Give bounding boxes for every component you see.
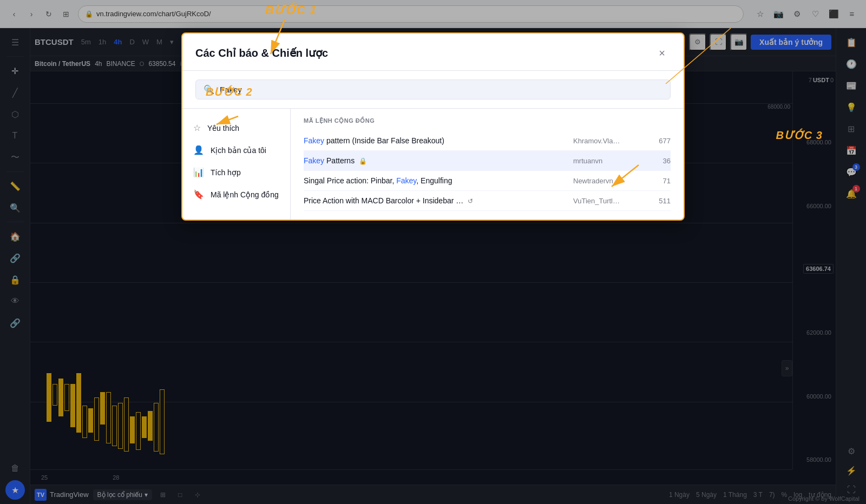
search-input[interactable] — [220, 85, 662, 94]
favorites-icon: ☆ — [193, 123, 201, 133]
result-1-count: 677 — [644, 137, 671, 145]
modal-search-area: 🔍 — [182, 71, 684, 109]
modal-overlay: Các Chỉ báo & Chiến lược × 🔍 ☆ Yêu thích… — [0, 0, 866, 504]
integrated-icon: 📊 — [193, 167, 204, 177]
result-3-count: 71 — [644, 177, 671, 185]
result-1-author: Khramov.Vla… — [573, 137, 644, 145]
result-item-4[interactable]: Price Action with MACD Barcolor + Inside… — [304, 191, 671, 211]
modal-sidebar: ☆ Yêu thích 👤 Kịch bản của tôi 📊 Tích hợ… — [182, 109, 291, 220]
search-icon: 🔍 — [204, 84, 214, 95]
result-2-highlight: Fakey — [304, 156, 324, 165]
result-4-count: 511 — [644, 197, 671, 205]
result-1-highlight: Fakey — [304, 136, 324, 145]
result-name-1: Fakey pattern (Inside Bar False Breakout… — [304, 136, 573, 145]
mine-label: Kịch bản của tôi — [211, 146, 266, 155]
result-4-text: Price Action with MACD Barcolor + Inside… — [304, 196, 463, 205]
result-item-2[interactable]: Fakey Patterns 🔒 mrtuanvn 36 — [304, 151, 671, 171]
result-2-author: mrtuanvn — [573, 157, 644, 165]
result-name-2: Fakey Patterns 🔒 — [304, 156, 573, 165]
result-2-count: 36 — [644, 157, 671, 165]
nav-mine[interactable]: 👤 Kịch bản của tôi — [182, 140, 290, 161]
result-1-suffix: pattern (Inside Bar False Breakout) — [324, 136, 444, 145]
favorites-label: Yêu thích — [207, 124, 239, 132]
lock-badge-icon: 🔒 — [359, 157, 367, 165]
modal-close-btn[interactable]: × — [653, 44, 671, 62]
mine-icon: 👤 — [193, 145, 204, 155]
nav-integrated[interactable]: 📊 Tích hợp — [182, 162, 290, 183]
modal-title: Các Chỉ báo & Chiến lược — [195, 47, 328, 59]
result-3-prefix: Singal Price action: Pinbar, — [304, 176, 396, 185]
community-label: Mã lệnh Cộng đồng — [211, 190, 279, 199]
result-3-highlight: Fakey — [396, 176, 416, 185]
result-name-4: Price Action with MACD Barcolor + Inside… — [304, 196, 573, 205]
result-2-suffix: Patterns — [324, 156, 355, 165]
nav-favorites[interactable]: ☆ Yêu thích — [182, 117, 290, 138]
result-item-3[interactable]: Singal Price action: Pinbar, Fakey, Engu… — [304, 171, 671, 191]
indicators-modal: Các Chỉ báo & Chiến lược × 🔍 ☆ Yêu thích… — [181, 32, 685, 221]
result-item-1[interactable]: Fakey pattern (Inside Bar False Breakout… — [304, 131, 671, 151]
result-3-suffix: , Engulfing — [416, 176, 452, 185]
community-icon: 🔖 — [193, 189, 204, 200]
result-name-3: Singal Price action: Pinbar, Fakey, Engu… — [304, 176, 573, 185]
result-4-author: VuTien_Turtl… — [573, 197, 644, 205]
modal-results: MÃ LỆNH CỘNG ĐỒNG Fakey pattern (Inside … — [291, 109, 684, 220]
integrated-label: Tích hợp — [211, 168, 241, 177]
search-input-wrap: 🔍 — [195, 79, 671, 100]
update-icon: ↺ — [468, 197, 473, 205]
nav-community[interactable]: 🔖 Mã lệnh Cộng đồng — [182, 184, 290, 205]
modal-body: ☆ Yêu thích 👤 Kịch bản của tôi 📊 Tích hợ… — [182, 109, 684, 220]
modal-header: Các Chỉ báo & Chiến lược × — [182, 34, 684, 71]
result-3-author: Newtradervn — [573, 177, 644, 185]
section-label: MÃ LỆNH CỘNG ĐỒNG — [304, 117, 671, 124]
